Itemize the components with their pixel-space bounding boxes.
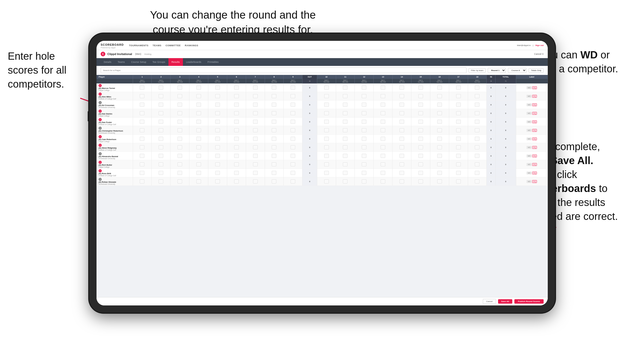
score-input-h12[interactable] [362,154,366,158]
score-input-h12[interactable] [362,171,366,175]
score-input-h7[interactable] [253,86,258,90]
score-input-h17[interactable] [456,94,461,98]
score-input-h11[interactable] [343,94,347,98]
score-input-h16[interactable] [437,128,442,132]
dq-button[interactable]: DQ [532,172,537,174]
score-input-h8[interactable] [272,128,276,132]
score-input-h2[interactable] [159,120,163,124]
score-input-h9[interactable] [291,154,295,158]
score-input-h7[interactable] [253,111,258,115]
score-input-h12[interactable] [362,111,366,115]
score-input-h17[interactable] [456,162,461,166]
wd-button[interactable]: WD [527,137,532,140]
score-input-h15[interactable] [418,94,423,98]
score-input-h3[interactable] [177,94,182,98]
score-input-h14[interactable] [399,103,404,107]
score-input-h14[interactable] [399,128,404,132]
score-input-h16[interactable] [437,179,442,183]
score-input-h15[interactable] [418,154,423,158]
score-input-h14[interactable] [399,179,404,183]
score-input-h1[interactable] [140,128,144,132]
score-input-h3[interactable] [177,179,182,183]
score-input-h2[interactable] [159,128,163,132]
wd-button[interactable]: WD [527,146,532,149]
score-input-h5[interactable] [215,154,220,158]
score-input-h14[interactable] [399,145,404,149]
score-input-h16[interactable] [437,103,442,107]
score-input-h6[interactable] [234,128,239,132]
score-input-h2[interactable] [159,145,163,149]
score-input-h18[interactable] [475,179,479,183]
score-input-h17[interactable] [456,179,461,183]
wd-button[interactable]: WD [527,155,532,157]
score-input-h9[interactable] [291,171,295,175]
tab-tee-groups[interactable]: Tee Groups [149,58,168,66]
nav-rankings[interactable]: RANKINGS [185,44,198,47]
score-input-h13[interactable] [381,128,385,132]
score-input-h9[interactable] [291,111,295,115]
score-input-h4[interactable] [196,103,201,107]
score-input-h16[interactable] [437,111,442,115]
score-input-h7[interactable] [253,128,258,132]
dq-button[interactable]: DQ [532,163,537,166]
score-input-h2[interactable] [159,86,163,90]
score-input-h18[interactable] [475,94,479,98]
score-input-h13[interactable] [381,137,385,141]
score-input-h14[interactable] [399,86,404,90]
score-input-h5[interactable] [215,94,220,98]
score-input-h6[interactable] [234,137,239,141]
wd-button[interactable]: WD [527,180,532,183]
score-input-h18[interactable] [475,145,479,149]
score-input-h16[interactable] [437,154,442,158]
score-input-h17[interactable] [456,111,461,115]
tab-teams[interactable]: Teams [115,58,128,66]
score-input-h15[interactable] [418,162,423,166]
score-input-h10[interactable] [324,86,329,90]
score-input-h13[interactable] [381,145,385,149]
totals-only-btn[interactable]: Totals Only [529,68,544,73]
score-input-h8[interactable] [272,137,276,141]
score-input-h2[interactable] [159,179,163,183]
score-input-h15[interactable] [418,171,423,175]
score-input-h8[interactable] [272,162,276,166]
score-input-h2[interactable] [159,103,163,107]
score-input-h5[interactable] [215,145,220,149]
score-input-h3[interactable] [177,86,182,90]
score-input-h14[interactable] [399,162,404,166]
score-input-h11[interactable] [343,111,347,115]
score-input-h15[interactable] [418,120,423,124]
score-input-h10[interactable] [324,179,329,183]
score-input-h8[interactable] [272,154,276,158]
score-input-h18[interactable] [475,86,479,90]
score-input-h13[interactable] [381,120,385,124]
dq-button[interactable]: DQ [532,112,537,115]
dq-button[interactable]: DQ [532,155,537,157]
score-input-h11[interactable] [343,179,347,183]
score-input-h1[interactable] [140,179,144,183]
score-input-h15[interactable] [418,86,423,90]
score-input-h4[interactable] [196,154,201,158]
score-input-h3[interactable] [177,111,182,115]
score-input-h9[interactable] [291,86,295,90]
score-input-h1[interactable] [140,171,144,175]
wd-button[interactable]: WD [527,112,532,115]
score-input-h4[interactable] [196,128,201,132]
score-input-h11[interactable] [343,86,347,90]
score-input-h17[interactable] [456,103,461,107]
nav-teams[interactable]: TEAMS [153,44,161,47]
score-input-h6[interactable] [234,111,239,115]
score-input-h14[interactable] [399,154,404,158]
score-input-h4[interactable] [196,111,201,115]
score-input-h5[interactable] [215,171,220,175]
score-input-h4[interactable] [196,162,201,166]
cancel-btn[interactable]: Cancel [483,299,496,304]
score-input-h12[interactable] [362,120,366,124]
tab-details[interactable]: Details [101,58,115,66]
score-input-h7[interactable] [253,162,258,166]
wd-button[interactable]: WD [527,103,532,106]
score-input-h12[interactable] [362,179,366,183]
score-input-h7[interactable] [253,120,258,124]
tab-course-setup[interactable]: Course Setup [128,58,150,66]
score-input-h10[interactable] [324,120,329,124]
score-input-h14[interactable] [399,120,404,124]
